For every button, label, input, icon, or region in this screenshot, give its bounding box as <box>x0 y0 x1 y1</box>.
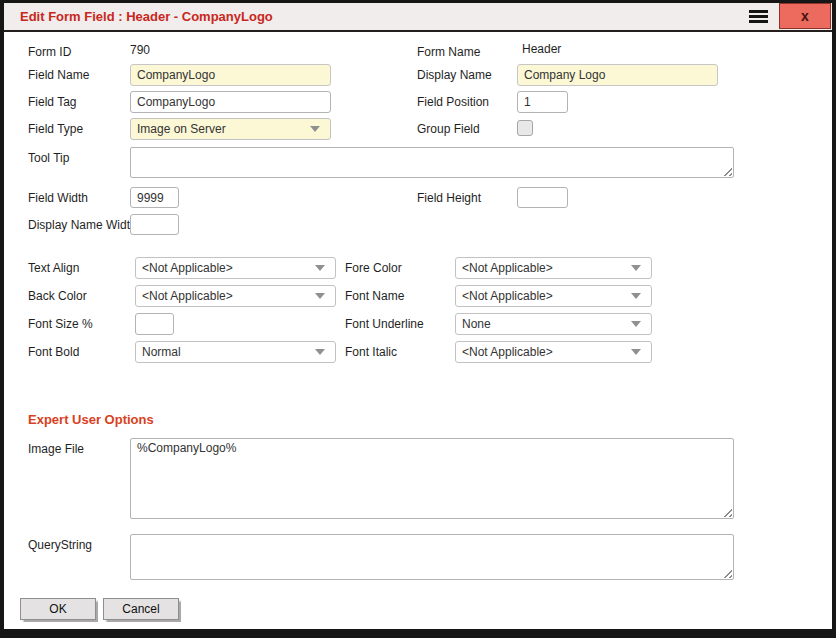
form-name-label: Form Name <box>417 45 480 59</box>
field-tag-input[interactable] <box>130 91 331 113</box>
font-italic-select[interactable]: <Not Applicable> <box>455 341 652 363</box>
image-file-field: %CompanyLogo% <box>130 438 734 519</box>
querystring-label: QueryString <box>28 538 92 552</box>
field-name-input[interactable] <box>130 64 331 86</box>
chevron-down-icon <box>631 265 641 271</box>
image-file-label: Image File <box>28 442 84 456</box>
hamburger-icon <box>749 10 768 13</box>
display-name-label: Display Name <box>417 68 492 82</box>
field-width-input[interactable] <box>130 187 179 208</box>
form-name-value: Header <box>522 42 561 56</box>
chevron-down-icon <box>315 293 325 299</box>
fore-color-select[interactable]: <Not Applicable> <box>455 257 652 279</box>
chevron-down-icon <box>310 126 320 132</box>
field-tag-label: Field Tag <box>28 95 76 109</box>
field-type-label: Field Type <box>28 122 83 136</box>
close-icon: x <box>801 8 809 24</box>
back-color-select[interactable]: <Not Applicable> <box>135 285 336 307</box>
font-underline-select[interactable]: None <box>455 313 652 335</box>
field-position-label: Field Position <box>417 95 489 109</box>
display-name-input[interactable] <box>517 64 718 86</box>
font-name-select[interactable]: <Not Applicable> <box>455 285 652 307</box>
dialog-title: Edit Form Field : Header - CompanyLogo <box>20 3 273 31</box>
querystring-textarea[interactable] <box>130 534 734 580</box>
field-type-select[interactable]: Image on Server <box>130 118 331 140</box>
field-name-label: Field Name <box>28 68 89 82</box>
group-field-checkbox[interactable] <box>517 120 533 136</box>
edit-form-field-dialog: Edit Form Field : Header - CompanyLogo x… <box>0 0 836 638</box>
dialog-titlebar: Edit Form Field : Header - CompanyLogo x <box>4 3 832 32</box>
tool-tip-label: Tool Tip <box>28 151 69 165</box>
cancel-button[interactable]: Cancel <box>103 598 179 620</box>
field-position-input[interactable] <box>517 91 568 113</box>
group-field-label: Group Field <box>417 122 480 136</box>
font-size-label: Font Size % <box>28 317 93 331</box>
field-width-label: Field Width <box>28 191 88 205</box>
image-file-textarea[interactable]: %CompanyLogo% <box>130 438 734 519</box>
chevron-down-icon <box>631 349 641 355</box>
field-height-label: Field Height <box>417 191 481 205</box>
tool-tip-field <box>130 147 734 178</box>
text-align-select[interactable]: <Not Applicable> <box>135 257 336 279</box>
chevron-down-icon <box>315 349 325 355</box>
back-color-label: Back Color <box>28 289 87 303</box>
chevron-down-icon <box>631 321 641 327</box>
field-height-input[interactable] <box>517 187 568 208</box>
form-id-label: Form ID <box>28 45 71 59</box>
menu-button[interactable] <box>740 4 776 28</box>
chevron-down-icon <box>631 293 641 299</box>
fore-color-label: Fore Color <box>345 261 402 275</box>
querystring-field <box>130 534 734 580</box>
font-underline-label: Font Underline <box>345 317 424 331</box>
dialog-body: Form ID 790 Form Name Header Field Name … <box>4 34 832 629</box>
expert-user-options-heading: Expert User Options <box>28 412 154 427</box>
font-bold-select[interactable]: Normal <box>135 341 336 363</box>
font-name-label: Font Name <box>345 289 404 303</box>
chevron-down-icon <box>315 265 325 271</box>
font-italic-label: Font Italic <box>345 345 397 359</box>
text-align-label: Text Align <box>28 261 79 275</box>
font-bold-label: Font Bold <box>28 345 79 359</box>
ok-button[interactable]: OK <box>20 598 96 620</box>
close-button[interactable]: x <box>779 3 831 29</box>
display-name-width-input[interactable] <box>130 214 179 235</box>
form-id-value: 790 <box>130 43 150 57</box>
display-name-width-label: Display Name Width <box>28 218 137 232</box>
tool-tip-textarea[interactable] <box>130 147 734 178</box>
font-size-input[interactable] <box>135 313 174 335</box>
